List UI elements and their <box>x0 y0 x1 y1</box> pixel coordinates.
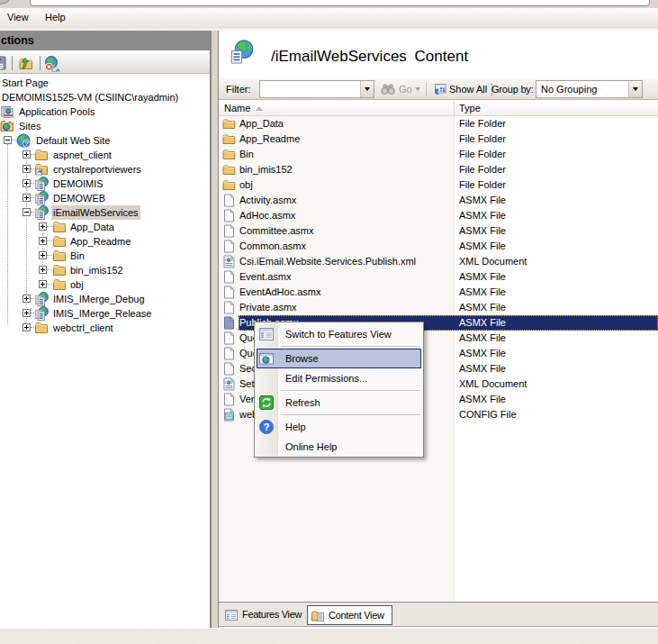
tree-item-imis-imerge-release[interactable]: IMIS_IMerge_Release <box>0 306 210 321</box>
expand-icon[interactable] <box>39 237 47 245</box>
menu-help[interactable]: Help <box>45 8 66 27</box>
context-menu-item-label: Help <box>285 422 306 432</box>
context-menu-item-help[interactable]: ?Help <box>255 417 423 437</box>
context-menu-item-online-help[interactable]: Online Help <box>255 437 423 457</box>
folder-icon <box>52 263 67 277</box>
page-icon <box>222 240 236 253</box>
group-by-dropdown-button[interactable] <box>628 81 642 97</box>
group-by-select[interactable]: No Grouping <box>536 80 643 98</box>
collapse-icon[interactable] <box>4 136 12 144</box>
expand-icon[interactable] <box>23 194 31 202</box>
file-row-eventadhoc-asmx[interactable]: EventAdHoc.asmxASMX File <box>219 285 658 300</box>
file-row-obj[interactable]: objFile Folder <box>219 177 658 193</box>
file-name: Private.asmx <box>239 300 297 315</box>
context-menu-item-switch-to-features-view[interactable]: Switch to Features View <box>255 324 423 344</box>
tree-item-demoimis[interactable]: DEMOIMIS <box>0 177 210 191</box>
tab-features-view[interactable]: Features View <box>221 605 304 625</box>
go-options-caret[interactable] <box>415 87 420 91</box>
file-type: ASMX File <box>459 208 506 223</box>
file-type: ASMX File <box>459 346 506 361</box>
tree-item-demoweb[interactable]: DEMOWEB <box>0 191 210 205</box>
expand-icon[interactable] <box>23 309 31 317</box>
address-bar[interactable] <box>30 0 650 6</box>
folder-sm-icon <box>222 163 236 177</box>
tree-item-iemailwebservices[interactable]: iEmailWebServices <box>0 205 210 220</box>
tree-item-webctrl-client[interactable]: webctrl_client <box>0 321 210 335</box>
expand-icon[interactable] <box>23 179 31 187</box>
tree-item-default-web-site[interactable]: ?Default Web Site <box>0 133 210 148</box>
column-header-type[interactable]: Type <box>459 101 481 115</box>
file-row-app-readme[interactable]: App_ReadmeFile Folder <box>219 132 658 147</box>
page-icon <box>222 347 236 360</box>
panel-splitter[interactable] <box>211 31 219 628</box>
collapse-icon[interactable] <box>23 208 31 216</box>
column-header-divider[interactable] <box>454 101 455 116</box>
tree-item-application-pools[interactable]: Application Pools <box>0 104 210 119</box>
file-row-event-asmx[interactable]: Event.asmxASMX File <box>219 269 658 285</box>
folder-sm-icon <box>222 148 236 161</box>
show-all-button[interactable]: Show All <box>449 79 487 99</box>
save-connections-icon[interactable] <box>0 55 7 71</box>
file-row-adhoc-asmx[interactable]: AdHoc.asmxASMX File <box>219 208 658 223</box>
filter-separator <box>426 83 427 96</box>
file-row-bin[interactable]: BinFile Folder <box>219 147 658 162</box>
filter-dropdown-button[interactable] <box>360 81 374 97</box>
context-menu-item-label: Refresh <box>285 397 320 408</box>
connections-toolbar <box>0 51 210 74</box>
tree-item-start-page[interactable]: Start Page <box>0 76 210 90</box>
file-row-committee-asmx[interactable]: Committee.asmxASMX File <box>219 223 658 239</box>
tree-item-app-data[interactable]: App_Data <box>0 220 210 234</box>
tree-item-bin[interactable]: Bin <box>0 249 210 263</box>
go-button[interactable]: Go <box>399 79 412 99</box>
file-name: Activity.asmx <box>239 193 296 208</box>
delete-connection-icon[interactable] <box>43 55 59 71</box>
file-type: CONFIG File <box>459 407 517 422</box>
file-name: Csi.iEmail.Website.Services.Publish.xml <box>239 254 416 269</box>
create-connection-icon[interactable] <box>17 55 33 71</box>
tree-item-imis-imerge-debug[interactable]: IMIS_IMerge_Debug <box>0 292 210 306</box>
file-type: File Folder <box>459 116 506 132</box>
app-pools-icon <box>0 104 14 119</box>
tree-item-sites[interactable]: Sites <box>0 119 210 133</box>
refresh-icon <box>258 395 275 411</box>
file-row-bin-imis152[interactable]: bin_imis152File Folder <box>219 162 658 177</box>
xml-icon <box>222 255 236 268</box>
expand-icon[interactable] <box>23 165 31 173</box>
svg-text:?: ? <box>263 422 269 432</box>
file-row-app-data[interactable]: App_DataFile Folder <box>219 116 658 132</box>
expand-icon[interactable] <box>23 295 31 303</box>
expand-icon[interactable] <box>23 150 31 159</box>
file-row-common-asmx[interactable]: Common.asmxASMX File <box>219 239 658 254</box>
back-button-icon[interactable] <box>0 0 11 5</box>
tree-item-obj[interactable]: obj <box>0 277 210 292</box>
file-row-activity-asmx[interactable]: Activity.asmxASMX File <box>219 193 658 208</box>
file-type: ASMX File <box>459 269 506 285</box>
file-row-csi-iemail-website-services-publish-xml[interactable]: Csi.iEmail.Website.Services.Publish.xmlX… <box>219 254 658 269</box>
app-icon <box>34 177 49 191</box>
expand-icon[interactable] <box>39 251 47 259</box>
context-menu-item-edit-permissions-[interactable]: Edit Permissions... <box>255 368 423 388</box>
file-type: ASMX File <box>459 331 506 346</box>
context-menu-item-refresh[interactable]: Refresh <box>255 393 423 413</box>
file-name: obj <box>239 177 253 193</box>
tree-item-bin-imis152[interactable]: bin_imis152 <box>0 263 210 277</box>
file-type: XML Document <box>459 254 527 269</box>
tree-item-aspnet-client[interactable]: aspnet_client <box>0 148 210 162</box>
tree-item-demoimis1525-vm-csiinc-rayadmin-[interactable]: DEMOIMIS1525-VM (CSIINC\rayadmin) <box>0 90 210 104</box>
file-row-private-asmx[interactable]: Private.asmxASMX File <box>219 300 658 315</box>
tree-item-crystalreportviewers[interactable]: crystalreportviewers <box>0 162 210 177</box>
expand-icon[interactable] <box>39 266 47 274</box>
expand-icon[interactable] <box>23 323 31 331</box>
filter-input[interactable] <box>259 80 374 98</box>
toolbar-separator <box>40 56 41 70</box>
config-icon <box>222 408 236 422</box>
tree-item-app-readme[interactable]: App_Readme <box>0 234 210 249</box>
menu-view[interactable]: View <box>7 8 29 27</box>
tree-item-label: Start Page <box>0 76 50 90</box>
expand-icon[interactable] <box>39 222 47 231</box>
column-header-name[interactable]: Name <box>224 101 250 115</box>
expand-icon[interactable] <box>39 280 47 288</box>
tab-content-view[interactable]: Content View <box>307 605 392 625</box>
folder-icon <box>52 277 67 292</box>
context-menu-item-browse[interactable]: Browse <box>255 349 423 368</box>
